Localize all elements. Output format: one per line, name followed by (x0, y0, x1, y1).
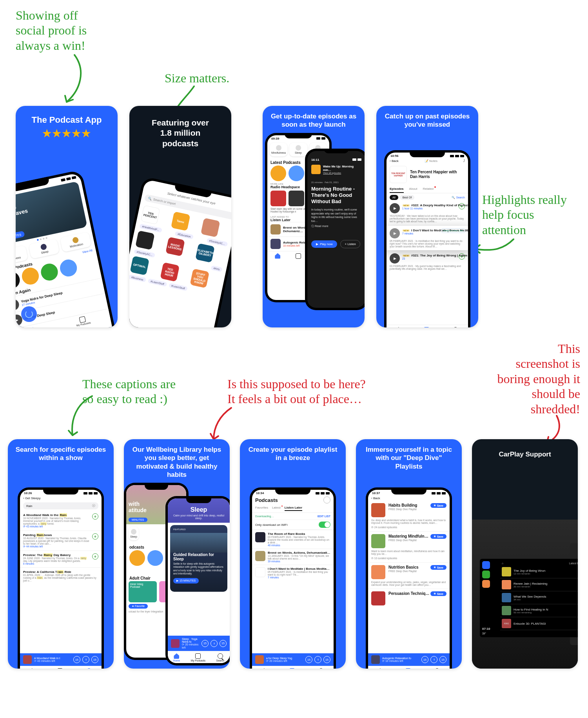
save-button[interactable]: ★ Save (430, 565, 446, 570)
tab-home[interactable]: Home (29, 668, 35, 669)
favorite-button[interactable]: ★ Favorite (129, 604, 148, 609)
tab-home[interactable]: Home (395, 327, 402, 327)
carplay-app-icon[interactable] (482, 580, 490, 588)
fab-icon[interactable] (21, 306, 37, 322)
tab-latest[interactable]: Latest (272, 506, 281, 511)
overlay-readmore[interactable]: ⓘ Read more (311, 224, 361, 228)
episode-duration: 1 hour 11 minutes (402, 207, 456, 210)
listen-button[interactable]: + Listen (340, 240, 360, 248)
episode-title: I Don't Want to Meditate | Bonus Meditat… (268, 567, 330, 571)
skip-back-icon[interactable]: 15 (73, 656, 80, 663)
playlist-title: Habits Building (388, 503, 417, 508)
podcast-tile[interactable]: TED RADIO HOUR (160, 262, 180, 282)
play-15-button[interactable]: ▶ 15 MINUTES (173, 578, 199, 583)
podcast-tile[interactable]: STUFF YOU SHOULD KNOW (190, 269, 210, 288)
filter-bestof[interactable]: Best Of (400, 195, 414, 200)
s8-caption: Immerse yourself in a topic with our "De… (356, 439, 462, 474)
back-button[interactable]: ‹ Back (368, 496, 450, 501)
carplay-app-icon[interactable] (482, 561, 490, 569)
annotation-social-proof: Showing off social proof is always a win… (16, 8, 87, 53)
play-icon[interactable]: ▶ (390, 203, 400, 213)
play-icon[interactable]: ▶ (16, 298, 20, 311)
minutes-badge[interactable]: MINUTES (129, 518, 147, 522)
arrow-3 (482, 239, 521, 272)
podcast-tile[interactable] (201, 218, 220, 238)
overlay-title: Morning Routine - There's No Good Withou… (311, 186, 361, 205)
carplay-row[interactable]: The Joy of Being Wron12 min remainin (500, 565, 578, 578)
wifi-toggle[interactable] (319, 522, 330, 528)
back-button[interactable]: ‹ Get Sleepy (20, 496, 102, 501)
podcast-tile[interactable]: ELIZABETH GILBERT (195, 243, 215, 263)
search-input[interactable]: Rainⓧ (23, 502, 98, 509)
tab-listen-later[interactable]: Listen Later (285, 506, 302, 511)
carplay-home-icon[interactable]: ⌂ (502, 562, 503, 565)
carplay-row[interactable]: How to Find Healing in N56 min remaining (500, 604, 578, 617)
add-button[interactable]: + (459, 253, 465, 260)
playlist-subtitle: FREE Deep Dive Playlist (388, 570, 446, 573)
share-icon[interactable]: ⤴ (463, 159, 465, 163)
tab-home[interactable] (275, 253, 280, 259)
profile-icon[interactable] (323, 496, 330, 504)
play-now-button[interactable]: ▶ Play now (311, 240, 337, 248)
podcast-tile[interactable]: TEN PERCENT (141, 205, 160, 225)
back-button[interactable]: ‹ Back (390, 159, 399, 163)
new-tag: NEW (402, 204, 410, 207)
now-playing-bar[interactable]: Sleep Yoga Nidra fo⟳ 20 minutes left 15॥… (168, 636, 230, 651)
featured-play-button[interactable]: ▶ 60 MINUTES (16, 231, 25, 242)
overlay-view-all[interactable]: View all episodes (323, 172, 361, 174)
podcast-tile[interactable] (135, 231, 155, 250)
filter-all[interactable]: All (390, 195, 398, 200)
tab-my-podcasts[interactable]: My Podcasts (419, 327, 434, 327)
tab-my-podcasts[interactable]: My Podcasts (53, 668, 67, 669)
podcast-tile[interactable]: Tamu (171, 211, 190, 231)
skip-fwd-icon[interactable]: 15 (91, 656, 98, 663)
carplay-row[interactable]: KINGEnisode 30: PLANTASI (500, 617, 578, 630)
episode-title: Preview: A California Train Ride (23, 570, 98, 574)
tab-search[interactable]: Search (433, 668, 441, 669)
tab-home[interactable]: Home (173, 653, 180, 662)
add-button[interactable]: + (92, 553, 98, 560)
tab-search[interactable]: Search (451, 327, 459, 327)
tab-search[interactable]: Search (85, 668, 93, 669)
now-playing-bar[interactable]: a for Deep Sleep Yog⟳ 20 minutes left 15… (252, 653, 334, 666)
tab-related[interactable]: Related (423, 185, 434, 193)
tab-my-podcasts[interactable]: My Podcasts (285, 668, 299, 669)
category-chip[interactable]: Sleep (289, 143, 307, 156)
tab-home[interactable]: Home (261, 668, 267, 669)
now-playing-bar[interactable]: A Woodland Walk in t⟳ 43 minutes left 15… (20, 653, 102, 666)
save-button[interactable]: ★ Save (430, 591, 446, 596)
tab-search[interactable]: Search (216, 653, 225, 662)
save-button[interactable]: ★ Save (430, 534, 446, 539)
add-button[interactable]: + (459, 203, 465, 209)
label: MORE LIKE (270, 183, 283, 185)
pause-icon[interactable]: ॥ (82, 656, 89, 663)
tab-my-podcasts[interactable]: My Podcasts (401, 668, 416, 669)
clear-icon[interactable]: ⓧ (92, 504, 95, 508)
carplay-app-icon[interactable] (482, 571, 490, 578)
tab-home[interactable]: Home (377, 668, 383, 669)
episode-duration: 48 minutes (268, 544, 330, 547)
podcast-tile[interactable]: MAGIC LESSONS (165, 237, 185, 256)
podcast-tile[interactable]: OPTIMAL (130, 256, 149, 275)
add-button[interactable]: + (92, 513, 98, 520)
carplay-row[interactable]: Renee Jain | Reclaiming26 min remainin (500, 578, 578, 591)
tab-search[interactable]: Search (317, 668, 325, 669)
add-button[interactable]: + (92, 533, 98, 540)
carplay-row[interactable]: What We See Depends34 min (500, 591, 578, 604)
tab-my-podcasts[interactable] (296, 253, 301, 259)
search-link[interactable]: 🔍 Search (452, 195, 465, 200)
play-icon[interactable]: ▶ (390, 228, 400, 238)
tile[interactable]: Inner Integ Podcast (129, 581, 157, 602)
edit-list-button[interactable]: EDIT LIST (318, 515, 330, 518)
category-chip[interactable]: Mindfulness (270, 143, 287, 156)
tab-about[interactable]: About (409, 185, 417, 193)
episode-duration: 23 (402, 257, 456, 260)
category-chip[interactable]: Sleep (129, 527, 139, 540)
now-playing-bar[interactable]: Autogenic Relaxation fo⟳ 16 minutes left… (368, 653, 450, 666)
tab-my-podcasts[interactable]: My Podcasts (191, 653, 205, 662)
save-button[interactable]: ★ Save (430, 503, 446, 508)
tab-episodes[interactable]: Episodes (390, 185, 404, 193)
section-title: Latest Podcasts (270, 160, 301, 165)
tab-favorites[interactable]: Favorites (255, 506, 268, 511)
play-icon[interactable]: ▶ (390, 253, 400, 264)
